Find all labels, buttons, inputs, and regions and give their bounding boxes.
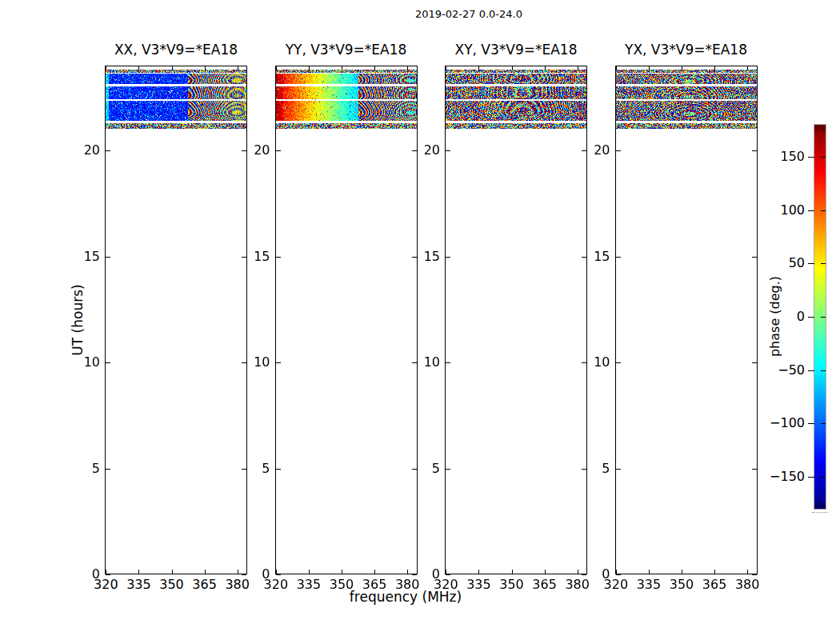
x-tick-mark-top	[238, 66, 238, 70]
heatmap-xx	[106, 70, 246, 129]
x-tick-mark	[172, 570, 173, 574]
y-tick-mark	[446, 362, 450, 363]
y-tick-mark	[616, 362, 621, 363]
y-tick-label: 15	[577, 250, 610, 264]
x-tick-mark-top	[649, 66, 650, 70]
y-tick-mark-right	[752, 574, 757, 575]
x-tick-mark	[747, 570, 748, 574]
subplot-title-yx: YX, V3*V9=*EA18	[582, 42, 790, 58]
y-tick-mark	[106, 150, 110, 151]
x-tick-mark	[138, 570, 139, 574]
colorbar-tick-label: −100	[760, 416, 805, 430]
colorbar-tick-label: 0	[760, 310, 805, 324]
x-tick-mark	[446, 570, 446, 574]
y-tick-mark-right	[752, 150, 757, 151]
colorbar-tick-label: −150	[760, 470, 805, 484]
colorbar-tick-mark	[808, 317, 814, 318]
colorbar-tick-mark	[808, 157, 814, 158]
x-tick-mark-top	[512, 66, 513, 70]
y-tick-label: 15	[406, 250, 440, 264]
y-tick-label: 20	[577, 143, 610, 158]
x-tick-mark	[682, 570, 682, 574]
x-tick-mark-top	[342, 66, 342, 70]
colorbar-extend-dotted-line	[812, 512, 828, 513]
colorbar-tick-mark	[808, 210, 814, 211]
y-tick-mark	[276, 574, 281, 575]
y-tick-mark-right	[752, 362, 757, 363]
subplot-xx	[105, 66, 247, 574]
x-tick-mark-top	[374, 66, 375, 70]
colorbar-tick-mark	[808, 263, 814, 264]
x-tick-mark-top	[407, 66, 408, 70]
y-tick-label: 0	[66, 567, 100, 582]
colorbar-tick-label: 50	[760, 256, 805, 270]
y-tick-mark	[106, 257, 110, 258]
y-tick-mark	[276, 362, 281, 363]
y-tick-mark	[616, 574, 621, 575]
y-tick-mark	[446, 257, 450, 258]
y-tick-label: 10	[577, 355, 610, 370]
x-tick-mark-top	[205, 66, 206, 70]
y-tick-label: 15	[237, 250, 270, 264]
x-tick-label: 380	[727, 577, 767, 592]
x-tick-mark	[478, 570, 479, 574]
y-tick-mark	[276, 150, 281, 151]
y-tick-label: 10	[66, 355, 100, 370]
heatmap-xy	[446, 70, 586, 129]
colorbar-tick-mark	[808, 370, 814, 371]
x-tick-mark	[512, 570, 513, 574]
y-tick-label: 15	[66, 250, 100, 264]
y-tick-mark	[446, 469, 450, 470]
phase-vs-time-figure: 2019-02-27 0.0-24.0 UT (hours) frequency…	[0, 0, 840, 640]
y-tick-mark	[106, 362, 110, 363]
y-tick-mark	[616, 150, 621, 151]
y-tick-label: 20	[66, 143, 100, 158]
y-tick-mark	[446, 574, 450, 575]
x-tick-mark	[342, 570, 342, 574]
x-tick-mark-top	[172, 66, 173, 70]
y-tick-mark	[106, 574, 110, 575]
x-tick-mark-top	[276, 66, 277, 70]
x-tick-mark	[205, 570, 206, 574]
x-tick-mark-top	[478, 66, 479, 70]
y-tick-label: 5	[237, 462, 270, 476]
x-tick-mark	[309, 570, 310, 574]
figure-title: 2019-02-27 0.0-24.0	[349, 8, 589, 20]
x-tick-mark	[649, 570, 650, 574]
colorbar-tick-mark	[808, 423, 814, 424]
y-tick-mark	[276, 469, 281, 470]
y-tick-label: 20	[237, 143, 270, 158]
x-tick-mark	[714, 570, 715, 574]
x-tick-mark-top	[446, 66, 446, 70]
colorbar-tick-label: 100	[760, 203, 805, 218]
x-tick-mark	[616, 570, 617, 574]
x-tick-mark-top	[747, 66, 748, 70]
subplot-yy	[275, 66, 418, 574]
x-tick-mark-top	[138, 66, 139, 70]
x-tick-mark	[276, 570, 277, 574]
y-tick-mark	[616, 469, 621, 470]
colorbar-tick-label: −50	[760, 363, 805, 378]
y-tick-mark-right	[752, 469, 757, 470]
x-tick-mark-top	[616, 66, 617, 70]
y-tick-label: 0	[406, 567, 440, 582]
x-tick-mark	[106, 570, 106, 574]
y-tick-label: 10	[237, 355, 270, 370]
x-tick-mark-top	[106, 66, 106, 70]
y-tick-mark	[616, 257, 621, 258]
subplot-yx	[615, 66, 758, 574]
x-tick-mark	[545, 570, 546, 574]
y-tick-mark	[106, 469, 110, 470]
x-tick-mark-top	[578, 66, 578, 70]
y-tick-label: 5	[577, 462, 610, 476]
y-tick-label: 0	[577, 567, 610, 582]
y-tick-label: 5	[66, 462, 100, 476]
y-tick-mark-right	[752, 257, 757, 258]
y-tick-label: 0	[237, 567, 270, 582]
x-tick-mark-top	[682, 66, 682, 70]
colorbar-tick-mark	[808, 477, 814, 478]
y-tick-label: 20	[406, 143, 440, 158]
heatmap-yx	[616, 70, 757, 129]
x-tick-mark-top	[309, 66, 310, 70]
y-tick-label: 10	[406, 355, 440, 370]
